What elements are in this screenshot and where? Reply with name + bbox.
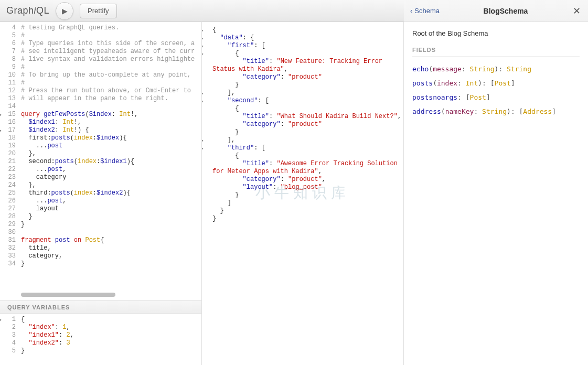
variables-gutter: 1▾2345 (0, 314, 18, 365)
docs-body: Root of the Blog Schema FIELDS echo(mess… (404, 22, 588, 126)
chevron-left-icon: ‹ (410, 7, 412, 15)
play-icon: ▶ (62, 7, 68, 15)
query-code[interactable]: # testing GraphQL queries.## Type querie… (18, 22, 201, 292)
docs-field-row[interactable]: posts(index: Int): [Post] (412, 76, 580, 90)
docs-field-row[interactable]: address(nameKey: String): [Address] (412, 104, 580, 119)
result-code: { "data": { "first": [ { "title": "New F… (209, 24, 403, 363)
query-variables-header[interactable]: QUERY VARIABLES (0, 300, 201, 314)
result-pane[interactable]: ▾▾▾▾▾▾▾▾ { "data": { "first": [ { "title… (202, 22, 404, 365)
query-editor[interactable]: 456789101112131415▾1617▾1819202122232425… (0, 22, 201, 292)
docs-panel: ‹ Schema BlogSchema ✕ Root of the Blog S… (404, 22, 588, 365)
docs-field-list: echo(message: String): Stringposts(index… (412, 62, 580, 119)
main-area: 456789101112131415▾1617▾1819202122232425… (0, 22, 588, 365)
variables-code[interactable]: { "index": 1, "index1": 2, "index2": 3} (18, 314, 201, 365)
close-icon: ✕ (573, 6, 581, 16)
docs-description: Root of the Blog Schema (412, 29, 580, 37)
docs-section-label: FIELDS (412, 47, 580, 57)
editor-horizontal-scrollbar[interactable] (21, 293, 180, 298)
app-logo: GraphiQL (6, 5, 49, 16)
result-gutter: ▾▾▾▾▾▾▾▾ (202, 24, 209, 363)
docs-close-button[interactable]: ✕ (572, 5, 582, 17)
query-variables-editor[interactable]: 1▾2345 { "index": 1, "index1": 2, "index… (0, 314, 201, 365)
run-button[interactable]: ▶ (56, 2, 73, 20)
docs-back-label: Schema (414, 7, 440, 15)
docs-header: ‹ Schema BlogSchema ✕ (404, 0, 588, 22)
docs-field-row[interactable]: echo(message: String): String (412, 62, 580, 76)
docs-field-row[interactable]: postsnoargs: [Post] (412, 90, 580, 104)
prettify-button[interactable]: Prettify (80, 4, 116, 18)
left-column: 456789101112131415▾1617▾1819202122232425… (0, 22, 202, 365)
docs-title: BlogSchema (440, 7, 572, 15)
query-gutter: 456789101112131415▾1617▾1819202122232425… (0, 22, 18, 292)
docs-back-button[interactable]: ‹ Schema (410, 7, 440, 15)
